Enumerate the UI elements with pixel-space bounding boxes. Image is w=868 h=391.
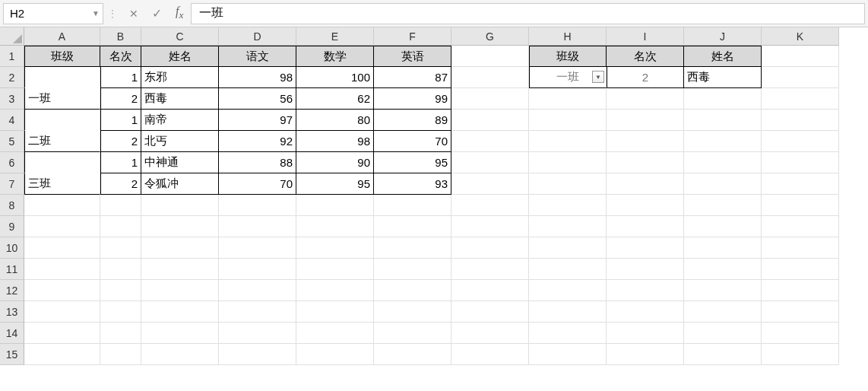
row-header-6[interactable]: 6 [0, 152, 24, 173]
cell-B6[interactable]: 1 [100, 152, 141, 173]
cell-D5[interactable]: 92 [219, 131, 296, 152]
cell-F13[interactable] [374, 301, 451, 323]
cell-E9[interactable] [296, 216, 374, 237]
cell-J7[interactable] [684, 173, 762, 195]
cell-H13[interactable] [529, 301, 607, 323]
cell-E4[interactable]: 80 [296, 110, 374, 131]
cell-K5[interactable] [762, 131, 839, 152]
cell-F5[interactable]: 70 [374, 131, 451, 152]
cell-D12[interactable] [219, 280, 296, 301]
cell-I8[interactable] [607, 195, 684, 216]
cell-B11[interactable] [100, 259, 141, 280]
cell-I4[interactable] [607, 110, 684, 131]
cell-K8[interactable] [762, 195, 839, 216]
cell-H1[interactable]: 班级 [529, 46, 607, 67]
cell-E13[interactable] [296, 301, 374, 323]
row-header-9[interactable]: 9 [0, 216, 24, 237]
cell-K15[interactable] [762, 344, 839, 365]
cell-C3[interactable]: 西毒 [141, 88, 219, 110]
cell-A12[interactable] [24, 280, 100, 301]
cell-E12[interactable] [296, 280, 374, 301]
cell-F8[interactable] [374, 195, 451, 216]
cell-F14[interactable] [374, 323, 451, 344]
cell-G4[interactable] [451, 110, 529, 131]
accept-icon[interactable]: ✓ [152, 6, 162, 21]
row-header-13[interactable]: 13 [0, 301, 24, 323]
cell-B10[interactable] [100, 237, 141, 259]
cell-H2[interactable]: 一班▼ [529, 67, 607, 88]
col-header-I[interactable]: I [607, 27, 684, 46]
cell-B13[interactable] [100, 301, 141, 323]
cell-C5[interactable]: 北丐 [141, 131, 219, 152]
cell-A13[interactable] [24, 301, 100, 323]
cell-H6[interactable] [529, 152, 607, 173]
col-header-C[interactable]: C [141, 27, 219, 46]
cell-I12[interactable] [607, 280, 684, 301]
col-header-F[interactable]: F [374, 27, 451, 46]
cell-D6[interactable]: 88 [219, 152, 296, 173]
row-header-5[interactable]: 5 [0, 131, 24, 152]
col-header-K[interactable]: K [762, 27, 839, 46]
cell-A5-merged[interactable]: 二班 [24, 131, 100, 152]
name-box[interactable]: H2 ▼ [3, 3, 103, 24]
cell-A11[interactable] [24, 259, 100, 280]
cell-C8[interactable] [141, 195, 219, 216]
select-all-corner[interactable] [0, 27, 24, 46]
cancel-icon[interactable]: ✕ [129, 8, 138, 20]
cell-G11[interactable] [451, 259, 529, 280]
cell-H12[interactable] [529, 280, 607, 301]
cell-G5[interactable] [451, 131, 529, 152]
cell-C11[interactable] [141, 259, 219, 280]
cell-G14[interactable] [451, 323, 529, 344]
cell-H9[interactable] [529, 216, 607, 237]
cell-F9[interactable] [374, 216, 451, 237]
cell-D2[interactable]: 98 [219, 67, 296, 88]
cell-E10[interactable] [296, 237, 374, 259]
cell-D8[interactable] [219, 195, 296, 216]
cell-I10[interactable] [607, 237, 684, 259]
cell-I1[interactable]: 名次 [607, 46, 684, 67]
cell-G1[interactable] [451, 46, 529, 67]
spreadsheet-grid[interactable]: A B C D E F G H I J K 1 班级 名次 姓名 语文 数学 英… [0, 27, 868, 365]
cell-H14[interactable] [529, 323, 607, 344]
cell-D4[interactable]: 97 [219, 110, 296, 131]
cell-B8[interactable] [100, 195, 141, 216]
cell-C12[interactable] [141, 280, 219, 301]
cell-H10[interactable] [529, 237, 607, 259]
cell-E8[interactable] [296, 195, 374, 216]
cell-F11[interactable] [374, 259, 451, 280]
cell-A7-merged[interactable]: 三班 [24, 173, 100, 195]
row-header-10[interactable]: 10 [0, 237, 24, 259]
cell-J2[interactable]: 西毒 [684, 67, 762, 88]
name-box-dropdown-icon[interactable]: ▼ [92, 9, 100, 17]
cell-K7[interactable] [762, 173, 839, 195]
cell-E6[interactable]: 90 [296, 152, 374, 173]
cell-I14[interactable] [607, 323, 684, 344]
cell-B4[interactable]: 1 [100, 110, 141, 131]
cell-H11[interactable] [529, 259, 607, 280]
cell-J5[interactable] [684, 131, 762, 152]
row-header-4[interactable]: 4 [0, 110, 24, 131]
cell-E11[interactable] [296, 259, 374, 280]
cell-K14[interactable] [762, 323, 839, 344]
cell-C7[interactable]: 令狐冲 [141, 173, 219, 195]
cell-B15[interactable] [100, 344, 141, 365]
cell-E7[interactable]: 95 [296, 173, 374, 195]
formula-input[interactable]: 一班 [191, 3, 865, 24]
row-header-8[interactable]: 8 [0, 195, 24, 216]
cell-D15[interactable] [219, 344, 296, 365]
dropdown-icon[interactable]: ▼ [592, 71, 604, 83]
cell-D1[interactable]: 语文 [219, 46, 296, 67]
cell-E2[interactable]: 100 [296, 67, 374, 88]
cell-C10[interactable] [141, 237, 219, 259]
col-header-E[interactable]: E [296, 27, 374, 46]
cell-F1[interactable]: 英语 [374, 46, 451, 67]
cell-A15[interactable] [24, 344, 100, 365]
cell-G7[interactable] [451, 173, 529, 195]
col-header-A[interactable]: A [24, 27, 100, 46]
cell-B9[interactable] [100, 216, 141, 237]
cell-C6[interactable]: 中神通 [141, 152, 219, 173]
cell-C9[interactable] [141, 216, 219, 237]
cell-H7[interactable] [529, 173, 607, 195]
cell-F6[interactable]: 95 [374, 152, 451, 173]
